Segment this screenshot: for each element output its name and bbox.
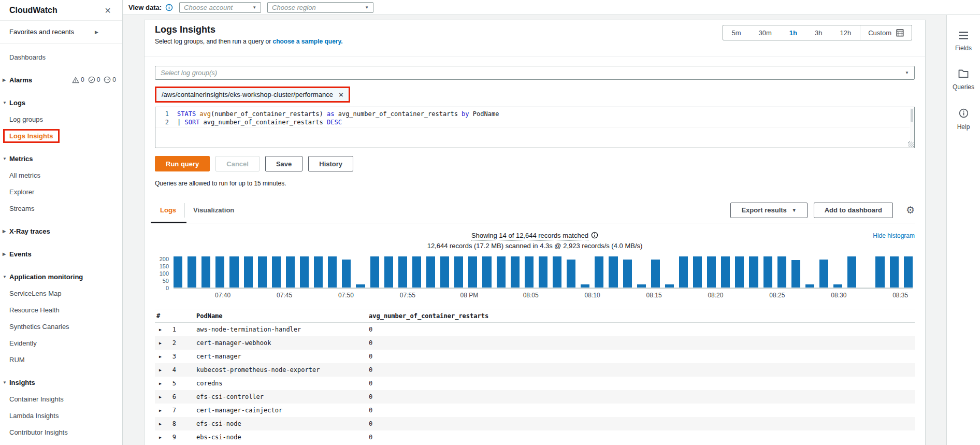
- sidebar-item-synthetics-canaries[interactable]: Synthetics Canaries: [0, 318, 122, 335]
- sidebar-item-lambda-insights[interactable]: Lambda Insights: [0, 407, 122, 424]
- export-results-button[interactable]: Export results ▼: [730, 203, 807, 218]
- expander-icon[interactable]: ▶: [159, 435, 167, 440]
- remove-tag-icon[interactable]: ×: [339, 90, 343, 99]
- expander-icon[interactable]: ▶: [159, 381, 167, 386]
- histogram-bar[interactable]: [791, 260, 800, 288]
- sidebar-item-log-groups[interactable]: Log groups: [0, 111, 122, 127]
- histogram-bar[interactable]: [188, 256, 196, 288]
- histogram-bar[interactable]: [370, 256, 379, 288]
- sidebar-section-application-monitoring[interactable]: ▼Application monitoring: [0, 268, 122, 285]
- info-icon[interactable]: [165, 4, 173, 11]
- sidebar-item-favorites-and-recents[interactable]: Favorites and recents ▶: [0, 21, 122, 44]
- info-icon[interactable]: [591, 232, 598, 239]
- histogram-bar[interactable]: [272, 256, 281, 288]
- time-range-30m[interactable]: 30m: [750, 29, 781, 37]
- history-button[interactable]: History: [308, 156, 353, 171]
- expander-icon[interactable]: ▶: [159, 354, 167, 359]
- tool-help[interactable]: Help: [957, 108, 970, 131]
- expander-icon[interactable]: ▶: [159, 395, 167, 399]
- histogram-bar[interactable]: [707, 256, 716, 288]
- histogram-bar[interactable]: [229, 256, 238, 288]
- save-button[interactable]: Save: [265, 156, 302, 171]
- sidebar-item-streams[interactable]: Streams: [0, 200, 122, 217]
- tool-queries[interactable]: Queries: [953, 69, 974, 91]
- histogram-bar[interactable]: [398, 256, 407, 288]
- time-range-3h[interactable]: 3h: [806, 29, 831, 37]
- histogram-bar[interactable]: [412, 256, 421, 288]
- histogram-bar[interactable]: [468, 256, 477, 288]
- sidebar-section-x-ray-traces[interactable]: ▶X-Ray traces: [0, 223, 122, 239]
- region-select[interactable]: Choose region ▼: [267, 2, 373, 13]
- add-to-dashboard-button[interactable]: Add to dashboard: [814, 203, 893, 218]
- sidebar-item-application-insights[interactable]: Application Insights: [0, 440, 122, 445]
- histogram-bar[interactable]: [244, 256, 253, 288]
- time-range-custom[interactable]: Custom: [860, 29, 912, 37]
- histogram-bar[interactable]: [763, 256, 772, 288]
- sidebar-item-explorer[interactable]: Explorer: [0, 183, 122, 200]
- histogram-bar[interactable]: [749, 256, 758, 288]
- histogram-bar[interactable]: [539, 256, 547, 288]
- histogram-bar[interactable]: [314, 256, 323, 288]
- expander-icon[interactable]: ▶: [159, 341, 167, 346]
- log-group-select[interactable]: Select log group(s) ▼: [155, 66, 915, 80]
- expander-icon[interactable]: ▶: [159, 422, 167, 426]
- histogram-bar[interactable]: [595, 256, 603, 288]
- account-select[interactable]: Choose account ▼: [179, 2, 261, 13]
- histogram-bar[interactable]: [440, 256, 449, 288]
- histogram-bar[interactable]: [384, 256, 393, 288]
- close-icon[interactable]: ×: [105, 5, 111, 16]
- sidebar-section-metrics[interactable]: ▼Metrics: [0, 150, 122, 167]
- histogram-bar[interactable]: [609, 256, 617, 288]
- sample-query-link[interactable]: choose a sample query.: [272, 38, 342, 45]
- sidebar-item-dashboards[interactable]: Dashboards: [0, 49, 122, 65]
- sidebar-section-events[interactable]: ▶Events: [0, 246, 122, 262]
- histogram-bar[interactable]: [819, 260, 828, 288]
- time-range-1h[interactable]: 1h: [781, 29, 806, 37]
- histogram-bar[interactable]: [482, 256, 491, 288]
- sidebar-section-alarms[interactable]: ▶Alarms000: [0, 71, 122, 88]
- histogram-bar[interactable]: [693, 256, 702, 288]
- sidebar-item-all-metrics[interactable]: All metrics: [0, 167, 122, 183]
- tab-logs[interactable]: Logs: [155, 197, 184, 223]
- time-range-5m[interactable]: 5m: [723, 29, 750, 37]
- histogram-bar[interactable]: [258, 256, 267, 288]
- histogram-bar[interactable]: [735, 256, 744, 288]
- histogram-bar[interactable]: [300, 256, 309, 288]
- histogram-bar[interactable]: [847, 256, 856, 288]
- tool-fields[interactable]: Fields: [955, 32, 972, 52]
- histogram-bar[interactable]: [890, 256, 899, 288]
- histogram-bar[interactable]: [286, 256, 295, 288]
- histogram-bar[interactable]: [497, 256, 506, 288]
- query-editor[interactable]: 1STATS avg(number_of_container_restarts)…: [155, 107, 915, 148]
- sidebar-item-contributor-insights[interactable]: Contributor Insights: [0, 424, 122, 440]
- histogram-bar[interactable]: [454, 256, 463, 288]
- histogram-bar[interactable]: [342, 260, 351, 288]
- sidebar-item-servicelens-map[interactable]: ServiceLens Map: [0, 285, 122, 302]
- histogram-bar[interactable]: [904, 256, 913, 288]
- gear-icon[interactable]: ⚙: [906, 205, 915, 215]
- histogram-bar[interactable]: [721, 256, 730, 288]
- scrollbar-handle[interactable]: [911, 109, 913, 122]
- sidebar-item-logs-insights[interactable]: Logs Insights: [0, 127, 122, 144]
- hide-histogram-link[interactable]: Hide histogram: [873, 232, 915, 239]
- tab-visualization[interactable]: Visualization: [185, 197, 242, 223]
- expander-icon[interactable]: ▶: [159, 327, 167, 332]
- histogram-bar[interactable]: [426, 256, 435, 288]
- sidebar-item-resource-health[interactable]: Resource Health: [0, 302, 122, 318]
- histogram-bar[interactable]: [651, 260, 660, 288]
- histogram-bar[interactable]: [777, 256, 786, 288]
- histogram-bar[interactable]: [567, 260, 575, 288]
- histogram-bar[interactable]: [174, 256, 182, 288]
- histogram-bar[interactable]: [623, 260, 632, 288]
- sidebar-item-rum[interactable]: RUM: [0, 351, 122, 368]
- histogram-bar[interactable]: [215, 256, 224, 288]
- histogram-bar[interactable]: [511, 256, 520, 288]
- histogram-bar[interactable]: [328, 256, 337, 288]
- sidebar-section-logs[interactable]: ▼Logs: [0, 94, 122, 111]
- run-query-button[interactable]: Run query: [155, 156, 210, 171]
- expander-icon[interactable]: ▶: [159, 408, 167, 413]
- time-range-12h[interactable]: 12h: [831, 29, 860, 37]
- expander-icon[interactable]: ▶: [159, 368, 167, 372]
- histogram-bar[interactable]: [201, 256, 210, 288]
- histogram-bar[interactable]: [875, 256, 884, 288]
